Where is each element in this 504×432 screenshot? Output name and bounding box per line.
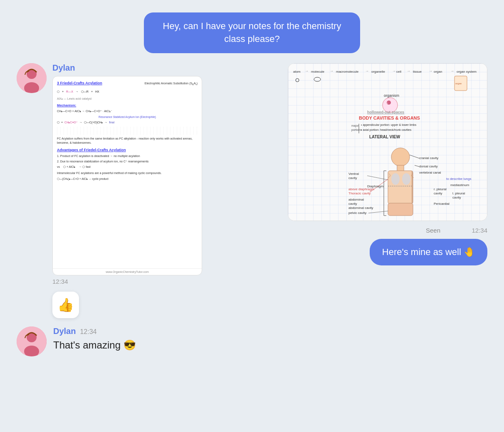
svg-text:Ventral: Ventral — [348, 172, 359, 176]
svg-text:dorsal cavity: dorsal cavity — [419, 164, 437, 168]
svg-text:LATERAL VIEW: LATERAL VIEW — [369, 135, 400, 139]
note-adv-1: 1. Product of FC acylation is deactivate… — [57, 154, 198, 159]
svg-text:Diaphragm: Diaphragm — [367, 184, 383, 188]
svg-text:vertebral canal: vertebral canal — [419, 171, 441, 174]
svg-text:→: → — [330, 69, 334, 73]
seen-label: Seen — [426, 227, 440, 234]
svg-point-34 — [391, 148, 410, 166]
note-advantages-title: Advantages of Friedel-Crafts Acylation — [57, 147, 198, 153]
svg-text:r. pleural: r. pleural — [434, 187, 447, 191]
svg-text:organ system: organ system — [457, 70, 477, 74]
thumbs-up-emoji: 👍 — [57, 297, 74, 313]
svg-text:molecule: molecule — [311, 70, 325, 74]
svg-text:hollowed-out spaces: hollowed-out spaces — [367, 110, 404, 114]
avatar-bottom — [17, 326, 47, 356]
svg-text:macromolecule: macromolecule — [336, 70, 359, 74]
svg-point-68 — [402, 173, 410, 185]
note-mechanism-steps: CH₃—C=O + AlCl₃ → CH₃—C=O⁺ · AlCl₄⁻ — [57, 109, 198, 114]
svg-text:abdominal cavity: abdominal cavity — [348, 206, 373, 210]
note-intramolecular: Intramolecular FC acylations are a power… — [57, 171, 198, 176]
svg-text:mediastinum: mediastinum — [450, 183, 469, 187]
svg-text:cavity: cavity — [452, 196, 461, 199]
svg-text:•: • — [387, 102, 388, 104]
note-intramolecular-formula: ⬡—(CH₂)₃—C=O + AlCl₃ → cyclic product — [57, 177, 198, 181]
svg-line-50 — [368, 211, 388, 213]
svg-text:atom: atom — [293, 70, 301, 74]
outgoing-reply-bubble: Here's mine as well 🤚 — [370, 239, 487, 266]
note-right-timestamp: 12:34 — [472, 227, 487, 234]
svg-text:→: → — [407, 69, 410, 73]
note-left-timestamp: 12:34 — [52, 278, 202, 285]
svg-point-18 — [296, 79, 299, 82]
note-catalyst: AlX₃ — Lewis acid catalyst — [57, 97, 198, 101]
note-image-right[interactable]: atom molecule macromolecule organelle ce… — [288, 63, 487, 221]
outgoing-question-bubble: Hey, can I have your notes for the chemi… — [144, 12, 360, 53]
note-reaction-1: ⬡ + R—X → ⬡—R + HX — [57, 90, 198, 94]
incoming-reply-container: Dylan 12:34 That's amazing 😎 — [17, 326, 487, 356]
svg-text:cavity: cavity — [348, 202, 357, 206]
svg-rect-38 — [388, 203, 413, 216]
svg-text:→: → — [450, 69, 454, 73]
svg-text:• axial portion: head/neck/tru: • axial portion: head/neck/trunk cavitie… — [361, 128, 412, 132]
svg-text:major: major — [351, 124, 359, 128]
svg-text:tissue: tissue — [413, 70, 422, 74]
svg-text:Pericardial: Pericardial — [434, 202, 450, 206]
svg-text:→: → — [365, 69, 369, 73]
note-comparison: vs ⬡ + AlCl₃ → ⬡ fast — [57, 165, 198, 169]
svg-text:• appendicular portion: upper : • appendicular portion: upper & lower li… — [361, 123, 417, 127]
reaction-emoji[interactable]: 👍 — [52, 292, 79, 318]
svg-line-41 — [367, 176, 388, 180]
bottom-sender-name: Dylan — [53, 326, 76, 336]
outgoing-note-container: atom molecule macromolecule organelle ce… — [193, 63, 487, 221]
svg-text:cavity: cavity — [434, 191, 442, 195]
svg-text:l. pleural: l. pleural — [452, 191, 465, 195]
svg-text:→: → — [305, 69, 309, 73]
svg-text:Thoracic cavity: Thoracic cavity — [348, 191, 371, 195]
svg-text:→: → — [392, 69, 396, 73]
note-resonance: Resonance Stabilized Acylium Ion (Electr… — [57, 115, 198, 119]
note-title: 3 Friedel-Crafts Acylation — [57, 81, 102, 86]
svg-line-54 — [415, 165, 419, 167]
note-diagram-area — [57, 127, 198, 135]
svg-text:pelvic cavity: pelvic cavity — [348, 211, 366, 215]
note-image-left[interactable]: 3 Friedel-Crafts Acylation Electrophilic… — [52, 76, 202, 275]
bottom-timestamp: 12:34 — [80, 328, 96, 336]
note-footer: www.OrganicChemistryTutor.com — [53, 268, 202, 275]
svg-text:organ: organ — [455, 82, 462, 85]
svg-text:→: → — [429, 69, 432, 73]
svg-text:BODY CAVITIES & ORGANS: BODY CAVITIES & ORGANS — [359, 115, 420, 120]
note-subtitle: Electrophilic Aromatic Substitution (SEA… — [145, 81, 198, 86]
svg-text:portions: portions — [351, 128, 362, 132]
note-mechanism-2: ⬡+CH₃C≡O⁺→ ⬡—C(=O)CH₃→final — [57, 120, 198, 125]
incoming-note-left: Dylan 3 Friedel-Crafts Acylation Electro… — [17, 63, 183, 285]
svg-point-19 — [314, 77, 321, 81]
svg-text:cell: cell — [396, 70, 401, 74]
svg-point-67 — [391, 173, 400, 185]
svg-line-52 — [410, 155, 419, 158]
svg-text:to describe lungs: to describe lungs — [446, 177, 471, 181]
svg-text:abdominal: abdominal — [348, 198, 364, 201]
svg-text:cranial cavity: cranial cavity — [419, 156, 438, 160]
note-adv-2: 2. Due to resonance stabilization of acy… — [57, 160, 198, 164]
svg-text:organelle: organelle — [371, 70, 385, 74]
avatar — [17, 63, 47, 93]
bottom-name-time-row: Dylan 12:34 — [53, 326, 136, 336]
svg-text:cavity: cavity — [348, 176, 357, 180]
bottom-reply-text: That's amazing 😎 — [53, 339, 136, 351]
svg-text:organ: organ — [434, 70, 442, 74]
svg-text:organism: organism — [384, 93, 399, 98]
sender-name-left: Dylan — [52, 63, 202, 73]
note-mechanism: Mechanism: — [57, 103, 198, 108]
note-limitation: FC Acylation suffers from the same limit… — [57, 137, 198, 145]
outgoing-reply-container: Here's mine as well 🤚 — [193, 239, 487, 266]
